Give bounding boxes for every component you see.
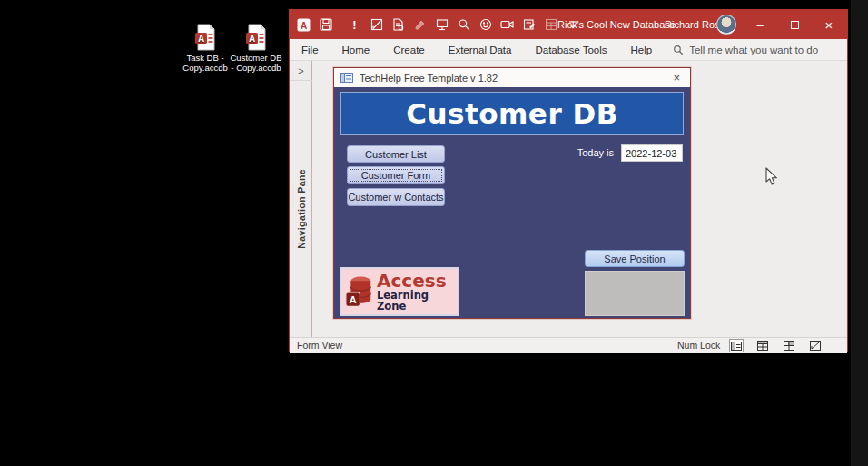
- form-icon: [340, 73, 353, 83]
- format-painter-icon[interactable]: [412, 17, 428, 33]
- logo-line2: Learning Zone: [377, 291, 454, 312]
- desktop-icon-label: Customer DB: [229, 53, 283, 63]
- chevron-right-icon: >: [298, 65, 303, 76]
- desktop-icon-task-db[interactable]: A Task DB - Copy.accdb: [178, 24, 232, 73]
- svg-text:A: A: [198, 34, 204, 44]
- form-window: TechHelp Free Template v 1.82 × Customer…: [333, 67, 691, 319]
- smiley-icon[interactable]: [478, 17, 493, 33]
- status-bar: Form View Num Lock: [290, 337, 847, 353]
- tab-help[interactable]: Help: [619, 39, 665, 61]
- svg-text:A: A: [249, 34, 255, 44]
- mouse-cursor: [765, 167, 779, 186]
- database-cylinder-icon: A: [345, 273, 373, 311]
- maximize-button[interactable]: [778, 10, 811, 39]
- navigation-pane-collapsed[interactable]: > Navigation Pane: [290, 61, 312, 337]
- navigation-pane-label-area: Navigation Pane: [290, 81, 312, 337]
- toolbar-separator: [340, 17, 340, 32]
- logo-text: Access Learning Zone: [377, 272, 454, 312]
- navigation-pane-label: Navigation Pane: [296, 169, 307, 249]
- tab-file[interactable]: File: [290, 39, 330, 61]
- customer-form-button[interactable]: Customer Form: [347, 166, 445, 184]
- status-view-label: Form View: [297, 340, 342, 351]
- position-display-box: [585, 271, 685, 316]
- screen-edge-strip: [851, 0, 868, 466]
- print-preview-icon[interactable]: [390, 17, 406, 33]
- titlebar: A !: [290, 10, 847, 39]
- account-user-name[interactable]: Richard Rost: [665, 10, 723, 39]
- search-icon[interactable]: [456, 17, 471, 33]
- svg-text:A: A: [301, 20, 307, 30]
- exclamation-icon[interactable]: !: [347, 17, 362, 33]
- window-title: Rick's Cool New Database: [557, 10, 676, 39]
- workspace: > Navigation Pane TechHelp Free Template…: [290, 61, 847, 337]
- camera-icon[interactable]: [499, 17, 515, 33]
- desktop-icon-label: Task DB -: [178, 53, 232, 63]
- customer-w-contacts-button[interactable]: Customer w Contacts: [347, 188, 445, 206]
- form-title: TechHelp Free Template v 1.82: [360, 73, 663, 84]
- button-label: Customer List: [365, 149, 427, 160]
- new-form-icon[interactable]: [521, 17, 537, 33]
- datasheet-disabled-icon: [543, 17, 558, 33]
- desktop-icon-label: - Copy.accdb: [229, 63, 283, 73]
- today-date-field[interactable]: 2022-12-03: [621, 144, 683, 162]
- close-icon: ×: [825, 17, 833, 33]
- access-window: A !: [289, 9, 848, 352]
- form-header-banner: Customer DB: [340, 92, 684, 135]
- quick-access-toolbar: A !: [296, 10, 580, 39]
- tab-external-data[interactable]: External Data: [437, 39, 524, 61]
- design-view-icon[interactable]: [369, 17, 384, 33]
- account-avatar[interactable]: [716, 15, 736, 35]
- datasheet-view-icon[interactable]: [755, 339, 770, 352]
- svg-text:A: A: [350, 294, 357, 305]
- button-label: Customer Form: [361, 170, 430, 181]
- customer-list-button[interactable]: Customer List: [347, 145, 445, 163]
- num-lock-indicator: Num Lock: [677, 340, 720, 351]
- ribbon-tab-bar: File Home Create External Data Database …: [290, 39, 847, 61]
- access-app-icon[interactable]: A: [296, 17, 311, 33]
- tab-create[interactable]: Create: [381, 39, 437, 61]
- access-file-icon: A: [194, 24, 216, 51]
- access-learning-zone-logo: A Access Learning Zone: [340, 267, 459, 316]
- form-view-icon[interactable]: [729, 339, 744, 352]
- tell-me-label: Tell me what you want to do: [689, 45, 818, 55]
- save-icon[interactable]: [318, 17, 333, 33]
- layout-view-icon[interactable]: [782, 339, 796, 352]
- form-body: Customer DB Customer List Customer Form …: [334, 87, 690, 318]
- form-titlebar[interactable]: TechHelp Free Template v 1.82 ×: [334, 68, 690, 87]
- maximize-icon: [791, 21, 799, 29]
- button-label: Customer w Contacts: [348, 192, 443, 203]
- close-icon: ×: [673, 71, 680, 84]
- presentation-icon[interactable]: [434, 17, 449, 33]
- desktop: A Task DB - Copy.accdb A Customer DB - C…: [0, 0, 868, 466]
- tab-database-tools[interactable]: Database Tools: [523, 39, 618, 61]
- minimize-icon: –: [756, 18, 763, 32]
- form-close-button[interactable]: ×: [669, 71, 684, 84]
- navigation-pane-expand-button[interactable]: >: [290, 61, 312, 81]
- today-label: Today is: [541, 147, 614, 158]
- form-header-title: Customer DB: [406, 97, 618, 130]
- access-file-icon: A: [245, 24, 267, 51]
- button-label: Save Position: [604, 253, 665, 264]
- save-position-button[interactable]: Save Position: [585, 250, 685, 267]
- minimize-button[interactable]: –: [744, 10, 776, 39]
- logo-line1: Access: [377, 272, 454, 290]
- close-button[interactable]: ×: [813, 10, 845, 39]
- desktop-icon-label: Copy.accdb: [178, 63, 232, 73]
- desktop-icon-customer-db[interactable]: A Customer DB - Copy.accdb: [229, 24, 283, 73]
- tab-home[interactable]: Home: [330, 39, 382, 61]
- design-view-icon[interactable]: [808, 339, 823, 352]
- search-icon: [673, 45, 684, 55]
- tell-me-search[interactable]: Tell me what you want to do: [673, 45, 818, 55]
